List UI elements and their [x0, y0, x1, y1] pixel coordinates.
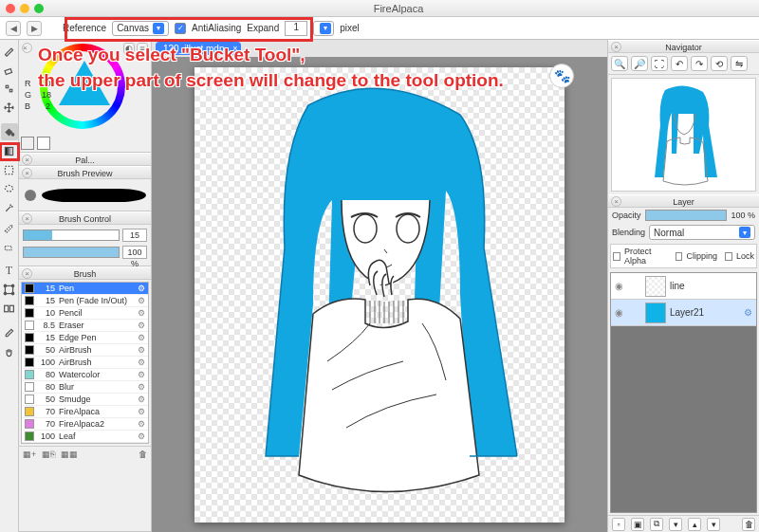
dup-layer-button[interactable]: ⧉ [650, 518, 663, 531]
brush-settings-icon[interactable]: ⚙ [138, 358, 145, 367]
brush-settings-icon[interactable]: ⚙ [138, 419, 145, 429]
brush-row[interactable]: 15 Edge Pen ⚙ [22, 332, 148, 344]
preview-close[interactable]: × [22, 168, 32, 178]
eyedropper-tool[interactable] [1, 324, 18, 341]
color-triangle[interactable] [59, 61, 110, 105]
layer-row[interactable]: ◉ Layer21 ⚙ [611, 300, 756, 326]
brushlist-close[interactable]: × [22, 268, 32, 279]
dup-brush-button[interactable]: ▦▦ [61, 449, 78, 459]
selecterase-tool[interactable] [1, 237, 18, 254]
add-brush-file-button[interactable]: ▦⎘ [42, 449, 55, 459]
brush-row[interactable]: 50 AirBrush ⚙ [22, 344, 148, 357]
brush-settings-icon[interactable]: ⚙ [138, 284, 145, 293]
brush-row[interactable]: 8.5 Eraser ⚙ [22, 320, 148, 332]
brush-row[interactable]: 70 FireAlpaca2 ⚙ [22, 418, 148, 431]
zoom-out-button[interactable]: 🔎 [631, 56, 648, 71]
wand-tool[interactable] [1, 199, 18, 216]
brush-settings-icon[interactable]: ⚙ [138, 370, 145, 379]
brush-settings-icon[interactable]: ⚙ [138, 296, 145, 305]
zoom-window-button[interactable] [34, 4, 44, 13]
control-close[interactable]: × [22, 213, 32, 224]
flip-button[interactable]: ⇋ [731, 56, 748, 71]
navigator-thumbnail[interactable] [611, 78, 756, 192]
brush-tool[interactable] [1, 42, 18, 59]
delete-layer-button[interactable]: 🗑 [742, 518, 755, 531]
fit-button[interactable]: ⛶ [651, 56, 668, 71]
antialias-checkbox[interactable]: ✓ [175, 23, 186, 34]
zoom-in-button[interactable]: 🔍 [611, 56, 628, 71]
rotate-reset-button[interactable]: ⟲ [711, 56, 728, 71]
add-brush-button[interactable]: ▦+ [23, 449, 36, 459]
layer-row[interactable]: ◉ line [611, 273, 756, 300]
brush-settings-icon[interactable]: ⚙ [138, 345, 145, 355]
brush-settings-icon[interactable]: ⚙ [138, 321, 145, 330]
layer-visibility-icon[interactable]: ◉ [611, 307, 626, 318]
brush-row[interactable]: 50 Smudge ⚙ [22, 394, 148, 406]
layer-down-button[interactable]: ▾ [707, 518, 720, 531]
layer-list[interactable]: ◉ line ◉ Layer21 ⚙ [610, 272, 757, 513]
brush-row[interactable]: 100 AirBrush ⚙ [22, 357, 148, 369]
brush-row[interactable]: 80 Watercolor ⚙ [22, 369, 148, 381]
palette-close[interactable]: × [22, 155, 32, 165]
lasso-tool[interactable] [1, 180, 18, 197]
brush-size-value[interactable]: 15 [122, 229, 147, 242]
text-tool[interactable]: T [1, 262, 18, 279]
color-bar-mode[interactable]: ≡ [137, 43, 148, 54]
history-back-button[interactable]: ◀ [6, 21, 21, 36]
brush-opacity-slider[interactable] [23, 247, 120, 258]
brush-settings-icon[interactable]: ⚙ [138, 431, 145, 441]
layer-settings-icon[interactable]: ⚙ [744, 307, 752, 318]
fg-swatch[interactable] [21, 137, 34, 150]
divide-tool[interactable] [1, 300, 18, 317]
blending-select[interactable]: Normal ▾ [649, 225, 755, 240]
brush-opacity-value[interactable]: 100 % [122, 246, 147, 259]
brush-settings-icon[interactable]: ⚙ [138, 394, 145, 404]
eraser-tool[interactable] [1, 61, 18, 78]
close-tab-icon[interactable]: × [232, 44, 237, 53]
brush-size-slider[interactable] [23, 229, 120, 241]
brush-row[interactable]: 70 FireAlpaca ⚙ [22, 406, 148, 418]
brush-row[interactable]: 10 Pencil ⚙ [22, 307, 148, 320]
object-tool[interactable] [1, 281, 18, 298]
opacity-slider[interactable] [645, 210, 728, 221]
brush-settings-icon[interactable]: ⚙ [138, 333, 145, 342]
lock-checkbox[interactable] [725, 252, 732, 261]
brush-list[interactable]: 15 Pen ⚙ 15 Pen (Fade In/Out) ⚙ 10 Penci… [21, 282, 149, 444]
new-folder-button[interactable]: ▣ [631, 518, 644, 531]
navigator-close[interactable]: × [611, 42, 621, 52]
color-panel-close[interactable]: × [22, 43, 32, 53]
protect-alpha-checkbox[interactable] [613, 252, 620, 261]
merge-layer-button[interactable]: ▾ [669, 518, 682, 531]
expand-input[interactable]: 1 [285, 21, 307, 36]
move-tool[interactable] [1, 99, 18, 116]
hand-tool[interactable] [1, 343, 18, 360]
expand-stepper[interactable]: ▾ [313, 21, 334, 36]
brush-row[interactable]: 80 Blur ⚙ [22, 381, 148, 394]
layer-close[interactable]: × [611, 196, 621, 207]
author-avatar-icon[interactable]: 🐾 [549, 64, 574, 88]
layer-visibility-icon[interactable]: ◉ [611, 281, 626, 291]
gradient-tool[interactable] [1, 142, 18, 159]
layer-up-button[interactable]: ▴ [688, 518, 701, 531]
history-forward-button[interactable]: ▶ [27, 21, 42, 36]
canvas[interactable]: 🐾 [194, 67, 565, 523]
clipping-checkbox[interactable] [676, 252, 683, 261]
selectpen-tool[interactable] [1, 218, 18, 235]
delete-brush-button[interactable]: 🗑 [139, 449, 147, 459]
reference-select[interactable]: Canvas ▾ [112, 21, 169, 36]
brush-settings-icon[interactable]: ⚙ [138, 382, 145, 392]
brush-row[interactable]: 100 Leaf ⚙ [22, 431, 148, 443]
bucket-tool[interactable] [1, 123, 18, 140]
dot-tool[interactable] [1, 80, 18, 97]
bg-swatch[interactable] [37, 137, 50, 150]
brush-row[interactable]: 15 Pen (Fade In/Out) ⚙ [22, 295, 148, 307]
close-window-button[interactable] [6, 4, 15, 13]
rotate-right-button[interactable]: ↷ [691, 56, 708, 71]
rotate-left-button[interactable]: ↶ [671, 56, 688, 71]
brush-settings-icon[interactable]: ⚙ [138, 308, 145, 318]
color-wheel-mode[interactable]: ◐ [123, 43, 135, 54]
brush-settings-icon[interactable]: ⚙ [138, 407, 145, 416]
brush-row[interactable]: 15 Pen ⚙ [22, 283, 148, 295]
document-tab[interactable]: 120_illust.mdp × [156, 42, 241, 55]
minimize-window-button[interactable] [20, 4, 29, 13]
